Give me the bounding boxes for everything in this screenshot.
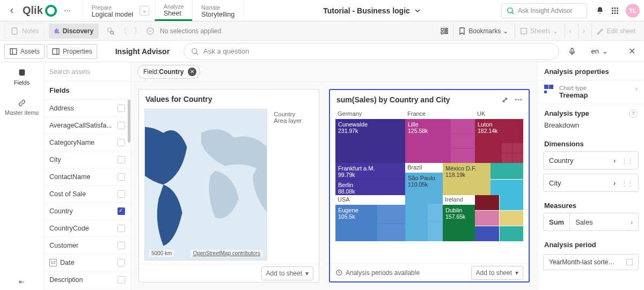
field-row[interactable]: Address bbox=[44, 100, 130, 117]
field-row[interactable]: City bbox=[44, 151, 130, 168]
checkbox[interactable] bbox=[118, 156, 125, 163]
checkbox[interactable] bbox=[118, 207, 125, 215]
bell-icon[interactable] bbox=[596, 6, 604, 15]
card-map: Values for Country 5000 km Open bbox=[138, 89, 319, 282]
next-sheet[interactable]: › bbox=[578, 24, 589, 39]
top-bar: Qlik ⋯ Prepare Logical model ⌄ Analyze S… bbox=[0, 0, 644, 21]
tree-header: UK bbox=[475, 109, 523, 119]
global-selections-icon[interactable] bbox=[440, 27, 449, 35]
tree-cell[interactable]: Berlin88.08k bbox=[335, 180, 405, 196]
treemap-chart[interactable]: Germany France UK Cunewalde231.97k Lille… bbox=[335, 109, 523, 260]
checkbox[interactable] bbox=[118, 242, 125, 249]
map-legend: Country Area layer bbox=[270, 109, 313, 261]
tree-header: France bbox=[405, 109, 475, 119]
tab-prepare[interactable]: Prepare Logical model ⌄ bbox=[83, 0, 155, 21]
avatar[interactable]: TL bbox=[626, 4, 640, 18]
language-select[interactable]: en⌄ bbox=[585, 47, 614, 55]
rail-fields[interactable]: Fields bbox=[0, 62, 43, 92]
svg-rect-11 bbox=[12, 28, 17, 34]
checkbox[interactable] bbox=[118, 105, 125, 112]
step-back[interactable]: 〔 bbox=[120, 26, 128, 36]
svg-rect-6 bbox=[614, 10, 616, 11]
chevron-down-icon[interactable]: ⌄ bbox=[140, 6, 149, 16]
checkbox[interactable] bbox=[118, 190, 125, 198]
map-attribution[interactable]: OpenStreetMap contributors bbox=[191, 250, 262, 257]
remove-pill-icon[interactable]: ✕ bbox=[188, 68, 196, 76]
sheets-button[interactable]: Sheets ⌄ bbox=[515, 24, 562, 39]
question-input[interactable]: Ask a question bbox=[184, 43, 559, 60]
more-icon[interactable]: ⋯ bbox=[515, 95, 522, 104]
period-item[interactable]: YearMonth-last sorte… bbox=[543, 254, 639, 270]
insight-center: Field:Country ✕ Values for Country bbox=[131, 62, 538, 290]
panel-title: Analysis properties bbox=[538, 62, 644, 80]
field-list: Address AverageCallSatisfa... CategoryNa… bbox=[44, 100, 130, 290]
step-forward[interactable]: 〕 bbox=[133, 26, 141, 36]
dimension-item[interactable]: City›⋮⋮ bbox=[543, 174, 639, 192]
search-assets[interactable]: Search assets bbox=[44, 62, 130, 81]
tree-cell[interactable]: Eugene105.5k bbox=[335, 205, 405, 241]
field-row[interactable]: CountryCode bbox=[44, 220, 130, 237]
discovery-button[interactable]: ılı.Discovery bbox=[49, 24, 99, 39]
checkbox[interactable] bbox=[118, 173, 125, 181]
clear-selections-icon[interactable] bbox=[146, 27, 155, 35]
drag-handle-icon[interactable]: ⋮⋮ bbox=[621, 157, 633, 165]
tree-cell[interactable]: Luton182.14k bbox=[475, 119, 523, 163]
checkbox[interactable] bbox=[118, 276, 125, 284]
field-row[interactable]: CategoryName bbox=[44, 134, 130, 151]
properties-toggle[interactable]: Properties bbox=[47, 44, 97, 59]
analysis-type-value: Breakdown bbox=[538, 121, 644, 135]
add-to-sheet-button[interactable]: Add to sheet ▾ bbox=[471, 266, 523, 280]
tree-cell[interactable]: Lille125.58k bbox=[405, 119, 475, 163]
field-row[interactable]: 12Date bbox=[44, 254, 130, 271]
drag-handle-icon[interactable]: ⋮⋮ bbox=[621, 179, 633, 187]
insight-advisor-title: Insight Advisor bbox=[107, 47, 178, 56]
global-search[interactable]: Ask Insight Advisor bbox=[501, 3, 587, 18]
checkbox[interactable] bbox=[118, 259, 125, 266]
expand-rail[interactable]: ⇤ bbox=[19, 278, 25, 286]
tab-narrate[interactable]: Narrate Storytelling bbox=[192, 0, 244, 21]
prev-sheet[interactable]: ‹ bbox=[565, 24, 576, 39]
checkbox[interactable] bbox=[118, 139, 125, 146]
measure-item[interactable]: SumSales› bbox=[543, 213, 639, 231]
tree-cell[interactable]: México D.F.118.19k bbox=[443, 163, 491, 195]
chevron-down-icon: ⌄ bbox=[503, 27, 508, 35]
field-row[interactable]: Customer bbox=[44, 237, 130, 254]
field-row[interactable]: Country bbox=[44, 203, 130, 220]
more-menu[interactable]: ⋯ bbox=[60, 3, 75, 18]
checkbox[interactable] bbox=[118, 225, 125, 232]
checkbox[interactable] bbox=[626, 259, 633, 265]
field-row[interactable]: ContactName bbox=[44, 168, 130, 185]
tree-cell[interactable]: Cunewalde231.97k bbox=[335, 119, 405, 163]
pencil-icon bbox=[596, 27, 605, 35]
add-to-sheet-button[interactable]: Add to sheet ▾ bbox=[261, 266, 313, 280]
field-row[interactable]: Cost of Sale bbox=[44, 185, 130, 203]
chart-type-row[interactable]: Chart typeTreemap › bbox=[538, 80, 644, 104]
fullscreen-icon[interactable]: ⤢ bbox=[502, 95, 508, 104]
tab-prepare-small: Prepare bbox=[92, 4, 133, 11]
field-row[interactable]: Description bbox=[44, 271, 130, 288]
app-title[interactable]: Tutorial - Business logic bbox=[323, 6, 422, 15]
calendar-icon: 12 bbox=[49, 259, 57, 266]
filter-pill[interactable]: Field:Country ✕ bbox=[137, 65, 200, 79]
close-button[interactable]: ✕ bbox=[620, 46, 644, 56]
svg-rect-8 bbox=[612, 12, 613, 14]
tree-cell[interactable]: Dublin157.65k bbox=[443, 205, 475, 241]
rail-master-items[interactable]: Master items bbox=[0, 92, 43, 122]
assets-toggle[interactable]: Assets bbox=[4, 44, 45, 59]
apps-grid-icon[interactable] bbox=[611, 6, 619, 15]
smart-search-icon[interactable] bbox=[106, 27, 115, 35]
microphone-icon[interactable] bbox=[568, 47, 576, 56]
map-chart[interactable]: 5000 km OpenStreetMap contributors bbox=[144, 109, 267, 261]
edit-sheet-button[interactable]: Edit sheet bbox=[591, 24, 640, 39]
checkbox[interactable] bbox=[118, 122, 125, 129]
back-button[interactable] bbox=[4, 3, 19, 18]
tree-cell[interactable]: São Paulo110.05k bbox=[405, 173, 443, 241]
scrollbar-thumb[interactable] bbox=[128, 100, 130, 143]
bookmarks-button[interactable]: Bookmarks ⌄ bbox=[453, 24, 513, 39]
tree-cell[interactable]: Frankfurt a.M.99.79k bbox=[335, 163, 405, 179]
field-row[interactable]: AverageCallSatisfa... bbox=[44, 117, 130, 134]
notes-button[interactable]: Notes bbox=[4, 24, 45, 39]
dimension-item[interactable]: Country›⋮⋮ bbox=[543, 151, 639, 169]
info-icon[interactable]: ? bbox=[629, 109, 638, 118]
tab-analyze[interactable]: Analyze Sheet bbox=[155, 0, 192, 21]
